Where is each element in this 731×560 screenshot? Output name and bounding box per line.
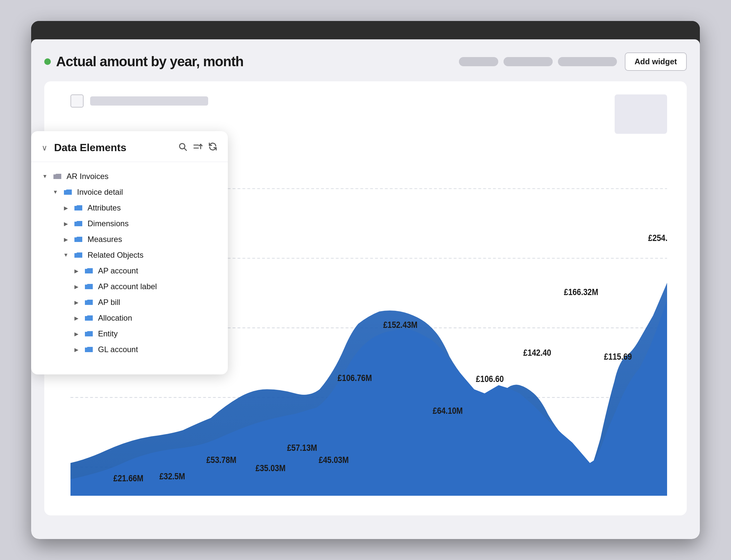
label-entity: Entity (98, 329, 118, 338)
panel-actions (178, 142, 217, 153)
toggle-ap-account-label[interactable]: ▶ (73, 283, 80, 290)
svg-text:£142.40: £142.40 (523, 348, 551, 357)
svg-text:£45.03M: £45.03M (319, 455, 349, 465)
filter-pill-1[interactable] (459, 57, 498, 66)
toggle-dimensions[interactable]: ▶ (63, 220, 69, 227)
svg-text:£106.76M: £106.76M (338, 373, 372, 383)
toolbar-bar (90, 96, 208, 106)
svg-text:£53.78M: £53.78M (207, 455, 237, 465)
svg-text:£115.69: £115.69 (604, 352, 632, 362)
label-ap-account-label: AP account label (98, 282, 157, 291)
header-right: Add widget (459, 52, 687, 71)
svg-text:£254.54M: £254.54M (648, 233, 667, 243)
toggle-entity[interactable]: ▶ (73, 330, 80, 337)
main-content: Actual amount by year, month Add widget (31, 39, 700, 539)
filter-pill-2[interactable] (503, 57, 553, 66)
tree-item-ap-bill[interactable]: ▶ AP bill (31, 294, 228, 310)
tree-item-ap-account-label[interactable]: ▶ AP account label (31, 279, 228, 294)
folder-icon-ap-account (84, 266, 94, 275)
header-bar: Actual amount by year, month Add widget (44, 52, 687, 71)
panel-title: Data Elements (54, 142, 172, 154)
svg-text:£32.5M: £32.5M (159, 471, 185, 481)
tree-item-ap-account[interactable]: ▶ AP account (31, 263, 228, 279)
folder-icon-measures (73, 235, 84, 244)
folder-icon-dimensions (73, 219, 84, 228)
svg-text:£64.10M: £64.10M (433, 406, 463, 416)
label-invoice-detail: Invoice detail (77, 188, 123, 197)
label-allocation: Allocation (98, 313, 132, 323)
svg-text:£21.66M: £21.66M (113, 473, 144, 483)
svg-text:£152.43M: £152.43M (383, 320, 417, 330)
tree-container: ▼ AR Invoices ▼ (31, 162, 228, 364)
title-bar (31, 21, 700, 39)
label-attributes: Attributes (88, 203, 121, 212)
toolbar-checkbox[interactable] (71, 94, 84, 108)
add-widget-button[interactable]: Add widget (625, 52, 687, 71)
label-ap-account: AP account (98, 266, 138, 275)
label-dimensions: Dimensions (88, 219, 129, 228)
toggle-gl-account[interactable]: ▶ (73, 346, 80, 353)
sort-icon[interactable] (193, 142, 203, 153)
tree-item-entity[interactable]: ▶ Entity (31, 326, 228, 342)
status-dot (44, 58, 51, 65)
header-pills (459, 57, 617, 66)
header-left: Actual amount by year, month (44, 54, 244, 70)
label-gl-account: GL account (98, 345, 138, 354)
toggle-invoice-detail[interactable]: ▼ (52, 189, 59, 195)
folder-icon-related-objects (73, 250, 84, 260)
label-ap-bill: AP bill (98, 298, 120, 307)
toggle-ap-account[interactable]: ▶ (73, 268, 80, 274)
folder-icon-allocation (84, 313, 94, 323)
label-measures: Measures (88, 235, 122, 244)
page-title: Actual amount by year, month (56, 54, 244, 70)
toggle-attributes[interactable]: ▶ (63, 205, 69, 211)
toggle-allocation[interactable]: ▶ (73, 315, 80, 321)
search-icon[interactable] (178, 142, 187, 153)
folder-icon-gl-account (84, 345, 94, 354)
label-ar-invoices: AR Invoices (67, 172, 109, 181)
toggle-related-objects[interactable]: ▼ (63, 252, 69, 258)
tree-item-invoice-detail[interactable]: ▼ Invoice detail (31, 184, 228, 200)
folder-icon-invoice-detail (63, 188, 73, 197)
tree-item-allocation[interactable]: ▶ Allocation (31, 310, 228, 326)
tree-item-measures[interactable]: ▶ Measures (31, 231, 228, 247)
svg-text:£106.60: £106.60 (476, 374, 504, 384)
label-related-objects: Related Objects (88, 250, 144, 260)
collapse-icon[interactable]: ∨ (42, 143, 48, 152)
data-elements-panel: ∨ Data Elements (31, 131, 228, 374)
tree-item-gl-account[interactable]: ▶ GL account (31, 342, 228, 357)
svg-line-21 (184, 148, 186, 150)
svg-text:£166.32M: £166.32M (564, 287, 598, 297)
toggle-ar-invoices[interactable]: ▼ (42, 173, 48, 180)
app-window: Actual amount by year, month Add widget (31, 21, 700, 539)
refresh-icon[interactable] (208, 142, 217, 153)
svg-text:£35.03M: £35.03M (255, 463, 286, 473)
folder-icon-ap-bill (84, 298, 94, 307)
toggle-measures[interactable]: ▶ (63, 236, 69, 243)
tree-item-attributes[interactable]: ▶ Attributes (31, 200, 228, 216)
filter-pill-3[interactable] (558, 57, 617, 66)
chart-toolbar (71, 94, 667, 108)
folder-icon-ap-account-label (84, 282, 94, 291)
folder-icon-ar-invoices (52, 172, 63, 181)
panel-header: ∨ Data Elements (31, 142, 228, 162)
toggle-ap-bill[interactable]: ▶ (73, 299, 80, 306)
tree-item-related-objects[interactable]: ▼ Related Objects (31, 247, 228, 263)
svg-text:£57.13M: £57.13M (287, 443, 317, 452)
tree-item-ar-invoices[interactable]: ▼ AR Invoices (31, 169, 228, 184)
tree-item-dimensions[interactable]: ▶ Dimensions (31, 216, 228, 231)
folder-icon-attributes (73, 203, 84, 212)
folder-icon-entity (84, 329, 94, 338)
